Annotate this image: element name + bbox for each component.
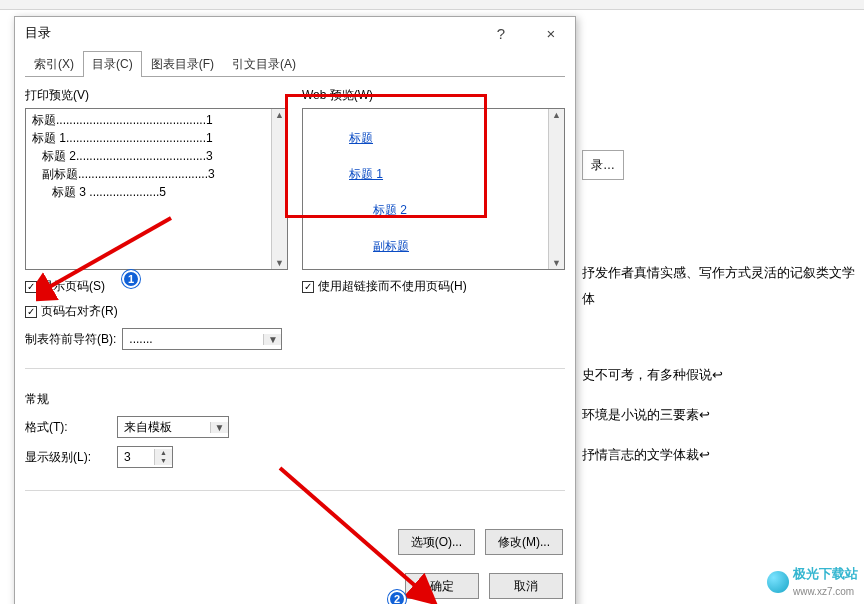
format-row: 格式(T): 来自模板 ▼ (25, 416, 565, 438)
tab-citations[interactable]: 引文目录(A) (223, 51, 305, 77)
web-preview-link[interactable]: 标题 (349, 131, 373, 145)
checkbox-label: 显示页码(S) (41, 278, 105, 295)
dialog-title: 目录 (25, 24, 51, 42)
scroll-down-icon[interactable]: ▼ (275, 257, 284, 269)
tab-leader-label: 制表符前导符(B): (25, 331, 116, 348)
tab-label: 目录(C) (92, 57, 133, 71)
background-document: 录… 抒发作者真情实感、写作方式灵活的记叙类文学体 史不可考，有多种假说↩ 环境… (576, 10, 864, 604)
tab-label: 图表目录(F) (151, 57, 214, 71)
tab-toc[interactable]: 目录(C) (83, 51, 142, 77)
spinner-arrows-icon: ▲▼ (154, 449, 172, 465)
doc-text-line: 抒发作者真情实感、写作方式灵活的记叙类文学体 (582, 260, 858, 312)
format-combo[interactable]: 来自模板 ▼ (117, 416, 229, 438)
checkbox-icon (25, 281, 37, 293)
checkbox-label: 使用超链接而不使用页码(H) (318, 278, 467, 295)
checkbox-label: 页码右对齐(R) (41, 303, 118, 320)
combo-value: ....... (123, 332, 263, 346)
tab-figures[interactable]: 图表目录(F) (142, 51, 223, 77)
tab-leader-combo[interactable]: ....... ▼ (122, 328, 282, 350)
doc-text-line: 抒情言志的文学体裁↩ (582, 442, 858, 468)
ok-button[interactable]: 确定 (405, 573, 479, 599)
checkbox-icon (25, 306, 37, 318)
tab-label: 索引(X) (34, 57, 74, 71)
scroll-up-icon[interactable]: ▲ (552, 109, 561, 121)
scrollbar[interactable]: ▲ ▼ (271, 109, 287, 269)
use-hyperlinks-checkbox[interactable]: 使用超链接而不使用页码(H) (302, 278, 565, 295)
show-levels-row: 显示级别(L): 3 ▲▼ (25, 446, 565, 468)
checkbox-icon (302, 281, 314, 293)
web-preview-link[interactable]: 标题 2 (349, 201, 407, 219)
doc-text-line: 环境是小说的三要素↩ (582, 402, 858, 428)
modify-button[interactable]: 修改(M)... (485, 529, 563, 555)
combo-value: 来自模板 (118, 419, 210, 436)
show-levels-spinner[interactable]: 3 ▲▼ (117, 446, 173, 468)
spinner-value: 3 (118, 450, 154, 464)
web-preview-label: Web 预览(W) (302, 87, 565, 104)
web-preview-box: 标题 标题 1 标题 2 副标题 标题 3 ▲ ▼ (302, 108, 565, 270)
close-icon[interactable]: × (533, 25, 569, 42)
cancel-button[interactable]: 取消 (489, 573, 563, 599)
tab-leader-row: 制表符前导符(B): ....... ▼ (25, 328, 288, 350)
web-preview-content: 标题 标题 1 标题 2 副标题 标题 3 (303, 109, 548, 269)
print-preview-content: 标题......................................… (26, 109, 271, 269)
scrollbar[interactable]: ▲ ▼ (548, 109, 564, 269)
web-preview-link[interactable]: 副标题 (349, 237, 409, 255)
background-button[interactable]: 录… (582, 150, 624, 180)
print-preview-box: 标题......................................… (25, 108, 288, 270)
show-page-numbers-checkbox[interactable]: 显示页码(S) (25, 278, 288, 295)
options-button[interactable]: 选项(O)... (398, 529, 475, 555)
scroll-down-icon[interactable]: ▼ (552, 257, 561, 269)
web-preview-link[interactable]: 标题 1 (349, 167, 383, 181)
format-label: 格式(T): (25, 419, 111, 436)
chevron-down-icon: ▼ (210, 422, 228, 433)
show-levels-label: 显示级别(L): (25, 449, 111, 466)
tab-index[interactable]: 索引(X) (25, 51, 83, 77)
dialog-titlebar: 目录 ? × (15, 17, 575, 49)
tab-strip: 索引(X) 目录(C) 图表目录(F) 引文目录(A) (25, 49, 565, 77)
tab-label: 引文目录(A) (232, 57, 296, 71)
scroll-up-icon[interactable]: ▲ (275, 109, 284, 121)
print-preview-label: 打印预览(V) (25, 87, 288, 104)
right-align-checkbox[interactable]: 页码右对齐(R) (25, 303, 288, 320)
toc-dialog: 目录 ? × 索引(X) 目录(C) 图表目录(F) 引文目录(A) 打印预览(… (14, 16, 576, 604)
chevron-down-icon: ▼ (263, 334, 281, 345)
help-icon[interactable]: ? (483, 25, 519, 42)
general-group-label: 常规 (25, 391, 565, 408)
doc-text-line: 史不可考，有多种假说↩ (582, 362, 858, 388)
